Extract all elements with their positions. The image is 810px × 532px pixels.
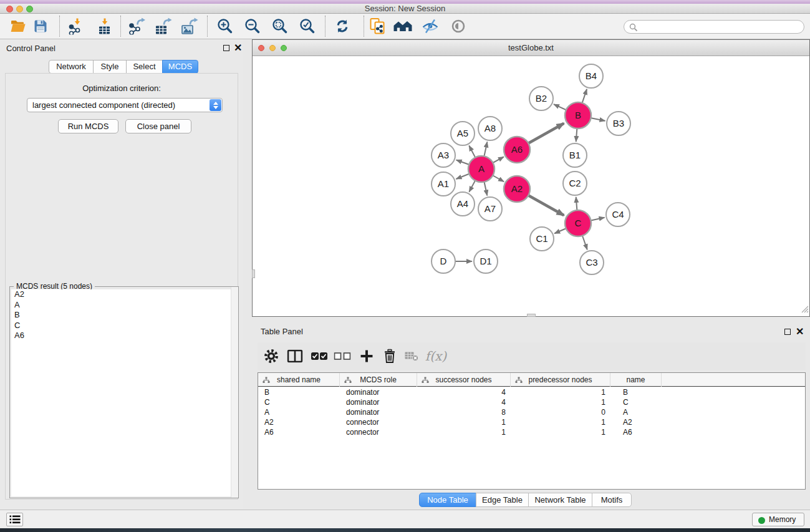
zoom-in-icon[interactable]: [218, 19, 233, 34]
tab-edge-table[interactable]: Edge Table: [476, 493, 529, 507]
table-cell[interactable]: dominator: [340, 397, 417, 407]
table-cell[interactable]: connector: [340, 417, 417, 427]
column-header-MCDS-role[interactable]: MCDS role: [340, 373, 417, 387]
mcds-result-item[interactable]: A: [11, 300, 237, 311]
table-cell[interactable]: dominator: [340, 407, 417, 417]
column-header-successor-nodes[interactable]: successor nodes: [417, 373, 511, 387]
table-cell[interactable]: C: [610, 397, 662, 407]
tab-mcds[interactable]: MCDS: [162, 60, 198, 74]
tab-style[interactable]: Style: [93, 60, 127, 74]
clone-network-icon[interactable]: [370, 18, 385, 35]
table-row[interactable]: Bdominator41B: [258, 387, 805, 397]
graph-node-label-C2: C2: [569, 178, 581, 188]
tab-network[interactable]: Network: [49, 60, 94, 74]
table-cell[interactable]: connector: [340, 427, 417, 437]
zoom-selected-icon[interactable]: [300, 19, 316, 34]
network-canvas[interactable]: B4B2BB3B1A5A8A6A3AA1A2A4A7C2C4CC1C3DD1: [253, 56, 809, 316]
column-header-shared-name[interactable]: shared name: [258, 373, 340, 387]
table-cell[interactable]: A2: [610, 417, 662, 427]
table-row[interactable]: Adominator80A: [258, 407, 805, 417]
column-header-predecessor-nodes[interactable]: predecessor nodes: [511, 373, 610, 387]
column-header-name[interactable]: name: [610, 373, 662, 387]
table-cell[interactable]: B: [610, 387, 662, 397]
table-row[interactable]: A2connector11A2: [258, 417, 805, 427]
toolbar-separator: [59, 16, 60, 37]
mcds-result-item[interactable]: B: [11, 310, 237, 321]
mcds-result-item[interactable]: A2: [11, 289, 237, 300]
delete-table-icon[interactable]: [405, 351, 419, 362]
export-network-icon[interactable]: [129, 18, 146, 35]
table-row[interactable]: A6connector11A6: [258, 427, 805, 437]
resize-grip-icon[interactable]: [800, 304, 809, 316]
table-cell[interactable]: 8: [417, 407, 511, 417]
table-cell[interactable]: A: [258, 407, 340, 417]
table-cell[interactable]: 4: [417, 387, 511, 397]
mcds-result-list[interactable]: A2ABCA6: [11, 289, 237, 496]
window-edge-grip[interactable]: [252, 269, 255, 278]
memory-label: Memory: [769, 513, 796, 526]
table-cell[interactable]: A6: [258, 427, 340, 437]
criterion-dropdown[interactable]: largest connected component (directed): [27, 98, 223, 112]
deselect-all-icon[interactable]: [334, 352, 351, 360]
table-cell[interactable]: 4: [417, 397, 511, 407]
table-row[interactable]: Cdominator41C: [258, 397, 805, 407]
window-edge-grip[interactable]: [527, 314, 536, 317]
settings-gear-icon[interactable]: [264, 349, 279, 364]
import-network-icon[interactable]: [68, 18, 84, 35]
network-window-titlebar[interactable]: testGlobe.txt: [253, 40, 809, 56]
tab-select[interactable]: Select: [126, 60, 163, 74]
save-session-icon[interactable]: [34, 20, 47, 33]
hide-glasses-icon[interactable]: [422, 19, 439, 34]
column-header-label: MCDS role: [360, 375, 397, 384]
table-cell[interactable]: C: [258, 397, 340, 407]
table-cell[interactable]: B: [258, 387, 340, 397]
import-table-icon[interactable]: [97, 18, 113, 35]
table-cell[interactable]: A6: [610, 427, 662, 437]
function-builder-icon[interactable]: f(x): [425, 349, 446, 364]
export-table-icon[interactable]: [155, 18, 172, 35]
close-panel-button[interactable]: Close panel: [125, 119, 191, 133]
table-cell[interactable]: 0: [511, 407, 610, 417]
desktop-strip-bottom: [0, 528, 810, 532]
mcds-result-item[interactable]: A6: [11, 331, 237, 341]
main-toolbar: [0, 14, 810, 39]
tab-motifs[interactable]: Motifs: [592, 493, 632, 507]
table-cell[interactable]: 1: [417, 427, 511, 437]
control-panel: Control Panel ✕ Network Style Select MCD…: [0, 39, 243, 509]
table-cell[interactable]: A: [610, 407, 662, 417]
search-input[interactable]: [640, 21, 799, 32]
table-close-icon[interactable]: ✕: [796, 327, 804, 336]
float-panel-icon[interactable]: [223, 45, 229, 51]
table-cell[interactable]: A2: [258, 417, 340, 427]
memory-button[interactable]: Memory: [752, 513, 804, 526]
delete-column-trash-icon[interactable]: [383, 349, 396, 364]
table-float-icon[interactable]: [784, 329, 791, 335]
table-tabs: Node Table Edge Table Network Table Moti…: [419, 493, 632, 507]
zoom-fit-icon[interactable]: [272, 19, 288, 34]
table-cell[interactable]: 1: [511, 387, 610, 397]
network-window-title: testGlobe.txt: [253, 40, 809, 56]
mcds-tab-content: Optimization criterion: largest connecte…: [5, 73, 238, 500]
table-cell[interactable]: 1: [511, 427, 610, 437]
task-history-button[interactable]: [6, 513, 23, 526]
table-cell[interactable]: 1: [417, 417, 511, 427]
network-graph[interactable]: B4B2BB3B1A5A8A6A3AA1A2A4A7C2C4CC1C3DD1: [253, 56, 809, 316]
select-all-icon[interactable]: [311, 352, 328, 360]
home-icon[interactable]: [393, 20, 413, 32]
tab-node-table[interactable]: Node Table: [419, 493, 476, 507]
refresh-icon[interactable]: [335, 19, 350, 34]
result-scrollbar[interactable]: [231, 287, 238, 498]
mcds-result-item[interactable]: C: [11, 321, 237, 331]
close-panel-icon[interactable]: ✕: [234, 44, 242, 52]
table-cell[interactable]: dominator: [340, 387, 417, 397]
open-session-icon[interactable]: [11, 21, 26, 32]
tab-network-table[interactable]: Network Table: [528, 493, 592, 507]
split-columns-icon[interactable]: [287, 350, 303, 363]
zoom-out-icon[interactable]: [245, 19, 261, 34]
table-cell[interactable]: 1: [511, 417, 610, 427]
export-image-icon[interactable]: [181, 18, 198, 35]
add-column-icon[interactable]: [360, 350, 374, 363]
table-cell[interactable]: 1: [511, 397, 610, 407]
show-eye-icon[interactable]: [451, 19, 466, 34]
run-mcds-button[interactable]: Run MCDS: [58, 119, 118, 133]
